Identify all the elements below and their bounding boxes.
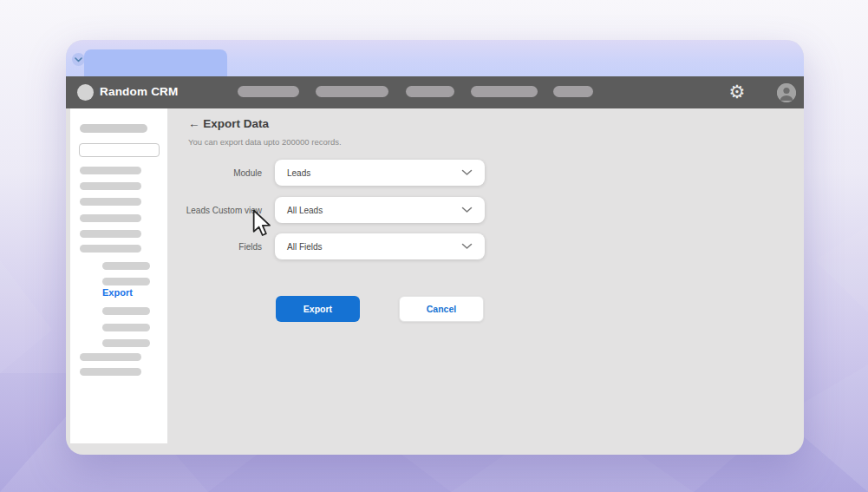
fields-dropdown[interactable]: All Fields xyxy=(275,233,485,259)
custom-view-label: Leads Custom view xyxy=(123,206,262,215)
export-button[interactable]: Export xyxy=(276,296,360,322)
browser-active-tab[interactable] xyxy=(84,49,227,76)
fields-dropdown-value: All Fields xyxy=(287,242,461,252)
person-icon xyxy=(777,83,796,102)
sidebar-subitem-placeholder[interactable] xyxy=(102,324,150,331)
chevron-down-icon xyxy=(461,169,473,176)
user-avatar[interactable] xyxy=(777,83,796,102)
nav-placeholder-2[interactable] xyxy=(316,86,388,97)
sidebar: Export xyxy=(70,108,167,443)
fields-label: Fields xyxy=(123,242,262,252)
page-subtitle: You can export data upto 200000 records. xyxy=(188,137,342,147)
chevron-down-icon xyxy=(461,207,473,213)
sidebar-subitem-placeholder[interactable] xyxy=(102,307,150,315)
settings-gear-icon[interactable]: ⚙ xyxy=(727,81,747,103)
sidebar-subitem-placeholder[interactable] xyxy=(102,278,150,285)
chevron-down-icon xyxy=(75,57,82,62)
sidebar-subitem-placeholder[interactable] xyxy=(102,262,150,270)
nav-placeholder-5[interactable] xyxy=(553,86,593,97)
app-title: Random CRM xyxy=(100,85,179,98)
app-window: Random CRM ⚙ Export xyxy=(66,40,804,455)
module-dropdown-value: Leads xyxy=(287,168,461,178)
sidebar-item-placeholder[interactable] xyxy=(80,368,141,376)
page-title: ← Export Data xyxy=(188,117,269,130)
custom-view-dropdown-value: All Leads xyxy=(287,206,461,215)
page-title-text: Export Data xyxy=(203,117,269,130)
sidebar-title-placeholder xyxy=(80,124,147,133)
browser-tab-strip xyxy=(66,40,804,76)
cancel-button[interactable]: Cancel xyxy=(399,296,484,322)
back-arrow-icon[interactable]: ← xyxy=(188,117,200,130)
app-header: Random CRM ⚙ xyxy=(66,76,804,108)
chevron-down-icon xyxy=(461,243,473,250)
sidebar-item-placeholder[interactable] xyxy=(80,353,141,361)
form-row-module: Module Leads xyxy=(123,160,487,186)
nav-placeholder-4[interactable] xyxy=(471,86,538,97)
tab-list-button[interactable] xyxy=(72,53,85,66)
module-label: Module xyxy=(123,168,262,178)
nav-placeholder-1[interactable] xyxy=(238,86,299,97)
nav-placeholder-3[interactable] xyxy=(406,86,454,97)
form-row-fields: Fields All Fields xyxy=(123,233,487,259)
sidebar-search-input[interactable] xyxy=(79,143,160,157)
mouse-cursor xyxy=(252,209,273,239)
module-dropdown[interactable]: Leads xyxy=(275,160,485,186)
sidebar-subitem-placeholder[interactable] xyxy=(102,339,150,347)
sidebar-item-export[interactable]: Export xyxy=(102,287,133,298)
form-row-custom-view: Leads Custom view All Leads xyxy=(123,197,487,223)
custom-view-dropdown[interactable]: All Leads xyxy=(275,197,485,223)
app-logo xyxy=(77,84,94,101)
